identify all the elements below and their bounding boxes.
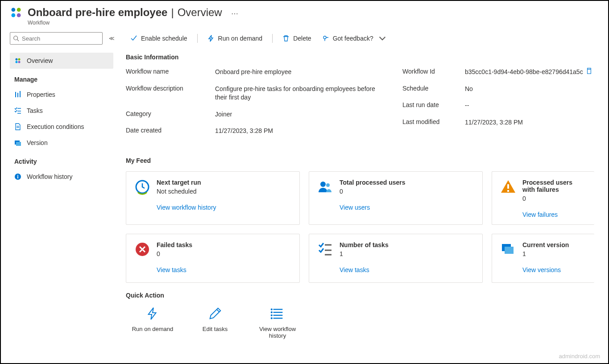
info-value: 11/27/2023, 3:28 PM: [465, 118, 523, 127]
sidebar-item-label: Version: [27, 139, 48, 146]
toolbar-label: Run on demand: [218, 35, 263, 42]
more-actions-button[interactable]: ⋯: [226, 9, 238, 18]
svg-rect-22: [17, 175, 18, 176]
page-subtitle: Overview: [178, 6, 222, 19]
trash-icon: [282, 35, 290, 42]
sidebar: ≪ Overview Manage Properties Tasks Execu…: [1, 28, 117, 339]
svg-point-40: [271, 309, 272, 310]
quick-action-edit-tasks[interactable]: Edit tasks: [193, 306, 237, 339]
tasks-icon: [14, 107, 21, 114]
view-workflow-history-link[interactable]: View workflow history: [157, 204, 291, 211]
card-failed-tasks: Failed tasks 0 View tasks: [126, 234, 300, 283]
quick-action-label: Edit tasks: [203, 326, 228, 332]
svg-point-0: [12, 8, 16, 12]
svg-point-41: [271, 312, 272, 313]
pencil-icon: [207, 306, 223, 321]
overview-icon: [14, 57, 21, 64]
main-content: Enable schedule Run on demand Delete Got…: [117, 28, 608, 339]
sidebar-item-properties[interactable]: Properties: [10, 87, 113, 103]
info-grid: Workflow nameOnboard pre-hire employee W…: [126, 68, 608, 144]
lightning-icon: [145, 306, 160, 321]
version-stack-icon: [500, 241, 516, 257]
toolbar-label: Enable schedule: [141, 35, 187, 42]
info-value: Joiner: [215, 110, 232, 119]
view-tasks-link[interactable]: View tasks: [157, 266, 291, 273]
card-value: 1: [522, 250, 586, 257]
checklist-icon: [317, 241, 333, 257]
sidebar-item-workflow-history[interactable]: Workflow history: [10, 169, 113, 185]
svg-rect-19: [16, 142, 21, 146]
lightning-icon: [207, 35, 215, 42]
svg-point-3: [17, 13, 21, 17]
enable-schedule-button[interactable]: Enable schedule: [126, 32, 192, 45]
section-my-feed: My Feed: [126, 157, 608, 164]
card-number-of-tasks: Number of tasks 1 View tasks: [309, 234, 483, 283]
quick-action-label: View workflow history: [255, 326, 300, 339]
page-title-separator: |: [171, 6, 174, 19]
feedback-icon: [322, 35, 329, 42]
svg-point-26: [320, 182, 326, 187]
warning-icon: [500, 179, 516, 195]
card-title: Failed tasks: [157, 241, 291, 248]
sidebar-item-label: Workflow history: [27, 173, 72, 180]
svg-rect-11: [17, 93, 18, 97]
svg-point-7: [18, 58, 21, 61]
svg-point-9: [18, 61, 21, 63]
chevron-down-icon: [379, 35, 386, 42]
svg-point-2: [12, 13, 16, 17]
sidebar-item-label: Properties: [27, 91, 55, 98]
info-icon: [14, 173, 21, 180]
quick-action-view-history[interactable]: View workflow history: [255, 306, 300, 339]
view-tasks-link-2[interactable]: View tasks: [340, 266, 474, 273]
card-title: Current version: [522, 241, 586, 248]
section-quick-action: Quick Action: [126, 292, 608, 299]
quick-action-run-on-demand[interactable]: Run on demand: [130, 306, 175, 339]
sidebar-item-execution-conditions[interactable]: Execution conditions: [10, 119, 113, 135]
svg-point-27: [326, 183, 330, 187]
properties-icon: [14, 91, 21, 98]
info-label: Category: [126, 110, 215, 119]
list-icon: [270, 306, 285, 321]
card-title: Total processed users: [340, 179, 474, 186]
workflow-logo-icon: [10, 6, 22, 20]
page-title: Onboard pre-hire employee: [28, 6, 167, 19]
run-on-demand-button[interactable]: Run on demand: [203, 32, 267, 45]
workflow-id-text: b35cc0c1-9d94-4eb0-98be-e82796d41a5c: [465, 68, 583, 77]
svg-point-1: [17, 8, 21, 12]
card-title: Number of tasks: [340, 241, 474, 248]
error-icon: [134, 241, 150, 257]
card-processed-users-failures: Processed users with failures 0 View fai…: [492, 171, 594, 225]
card-value: 0: [157, 250, 291, 257]
sidebar-item-overview[interactable]: Overview: [10, 53, 113, 69]
view-versions-link[interactable]: View versions: [522, 266, 586, 273]
info-value: --: [465, 101, 469, 110]
delete-button[interactable]: Delete: [278, 32, 315, 45]
sidebar-group-manage: Manage: [14, 76, 113, 83]
info-value: 11/27/2023, 3:28 PM: [215, 127, 273, 136]
svg-line-5: [17, 40, 19, 41]
info-label: Workflow description: [126, 85, 215, 102]
section-basic-info: Basic Information: [126, 54, 608, 61]
clock-icon: [134, 179, 150, 195]
svg-rect-35: [505, 247, 514, 254]
sidebar-item-tasks[interactable]: Tasks: [10, 103, 113, 119]
search-icon: [13, 35, 19, 41]
svg-point-6: [16, 58, 18, 61]
info-label: Last modified: [402, 118, 465, 127]
info-label: Last run date: [402, 101, 465, 110]
svg-point-8: [16, 61, 18, 63]
svg-point-43: [271, 318, 272, 318]
collapse-sidebar-button[interactable]: ≪: [109, 35, 115, 41]
view-failures-link[interactable]: View failures: [522, 211, 586, 218]
search-input[interactable]: [22, 35, 99, 42]
sidebar-item-label: Tasks: [27, 107, 43, 114]
toolbar-label: Delete: [293, 35, 311, 42]
page-header: Onboard pre-hire employee | Overview ⋯ W…: [1, 1, 608, 28]
copy-button[interactable]: [586, 68, 592, 77]
info-value-workflow-id: b35cc0c1-9d94-4eb0-98be-e82796d41a5c: [465, 68, 592, 77]
got-feedback-button[interactable]: Got feedback?: [318, 32, 390, 45]
search-input-container[interactable]: [10, 32, 103, 45]
sidebar-item-version[interactable]: Version: [10, 135, 113, 151]
info-label: Workflow Id: [402, 68, 465, 77]
view-users-link[interactable]: View users: [340, 204, 474, 211]
